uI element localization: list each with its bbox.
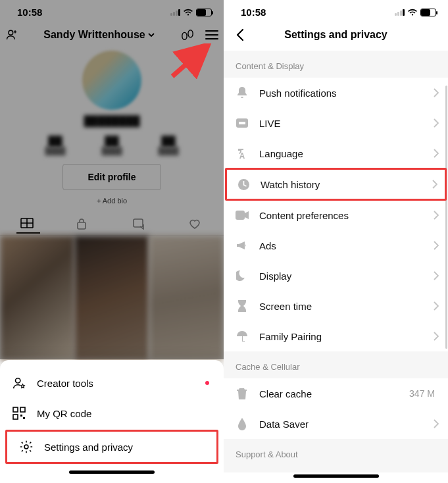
wifi-icon: [183, 9, 193, 16]
sheet-label: My QR code: [37, 408, 91, 419]
section-header: Cache & Cellular: [224, 351, 448, 378]
profile-screen: 10:58 Sandy Writtenhouse ████████ ██████: [0, 0, 224, 483]
megaphone-icon: [236, 239, 249, 252]
row-label: Watch history: [261, 179, 422, 190]
settings-list: Clear cache 347 M Data Saver: [224, 378, 448, 439]
row-label: Content preferences: [259, 210, 423, 221]
settings-header: Settings and privacy: [224, 22, 448, 51]
profile-name-dropdown[interactable]: Sandy Writtenhouse: [43, 29, 155, 41]
status-time: 10:58: [241, 7, 266, 18]
status-time: 10:58: [17, 7, 42, 18]
row-ads[interactable]: Ads: [224, 230, 448, 261]
chevron-right-icon: [434, 88, 439, 97]
notification-dot: [205, 381, 209, 385]
home-indicator[interactable]: [293, 474, 379, 478]
svg-rect-7: [13, 407, 18, 412]
profile-handle: ████████: [7, 115, 217, 126]
stat-followers[interactable]: ██████: [97, 136, 127, 155]
stats-row: ██████ ██████ ██████: [7, 136, 217, 155]
status-bar: 10:58: [224, 0, 448, 22]
chevron-right-icon: [434, 419, 439, 428]
hamburger-menu-icon[interactable]: [205, 30, 218, 39]
svg-point-12: [24, 445, 28, 449]
row-display[interactable]: Display: [224, 261, 448, 291]
row-label: Ads: [259, 240, 423, 251]
stat-likes[interactable]: ██████: [153, 136, 184, 155]
sheet-creator-tools[interactable]: Creator tools: [0, 368, 224, 398]
home-indicator[interactable]: [69, 470, 155, 474]
svg-rect-16: [236, 211, 245, 220]
row-label: Screen time: [259, 301, 423, 312]
status-bar: 10:58: [0, 0, 224, 22]
row-clear-cache[interactable]: Clear cache 347 M: [224, 378, 448, 409]
chevron-right-icon: [434, 149, 439, 158]
avatar[interactable]: [82, 51, 141, 110]
hourglass-icon: [236, 299, 249, 313]
page-title: Settings and privacy: [224, 29, 448, 41]
live-icon: [236, 116, 249, 130]
chevron-right-icon: [434, 332, 439, 341]
signal-icon: [170, 9, 180, 16]
chevron-right-icon: [434, 301, 439, 311]
row-label: Push notifications: [259, 88, 423, 99]
row-watch-history[interactable]: Watch history: [225, 168, 447, 201]
svg-rect-14: [239, 122, 245, 124]
settings-list: Push notifications LIVE Language Watch h…: [224, 78, 448, 351]
profile-body: ████████ ██████ ██████ ██████ Edit profi…: [0, 51, 224, 205]
tab-grid-icon[interactable]: [20, 218, 36, 231]
profile-grid[interactable]: [0, 236, 224, 361]
chevron-right-icon: [434, 241, 439, 250]
tab-liked-icon[interactable]: [188, 218, 204, 231]
qr-icon: [12, 406, 26, 420]
video-icon: [236, 209, 249, 222]
add-user-icon[interactable]: [5, 28, 18, 41]
stat-following[interactable]: ██████: [40, 136, 70, 155]
row-screen-time[interactable]: Screen time: [224, 291, 448, 321]
person-star-icon: [12, 376, 26, 390]
sheet-qr-code[interactable]: My QR code: [0, 398, 224, 428]
row-label: Family Pairing: [259, 331, 423, 342]
status-icons: [395, 9, 436, 16]
chevron-right-icon: [434, 211, 439, 220]
row-label: Display: [259, 270, 423, 282]
umbrella-icon: [236, 330, 249, 343]
chevron-down-icon: [147, 31, 155, 39]
settings-screen: 10:58 Settings and privacy Content & Dis…: [224, 0, 448, 483]
footprint-icon[interactable]: [180, 28, 195, 41]
signal-icon: [395, 9, 405, 16]
svg-rect-11: [23, 417, 25, 419]
edit-profile-button[interactable]: Edit profile: [62, 164, 161, 190]
battery-icon: [196, 9, 212, 16]
row-live[interactable]: LIVE: [224, 108, 448, 138]
row-label: Data Saver: [259, 419, 423, 430]
svg-point-0: [9, 30, 13, 35]
svg-point-6: [16, 378, 20, 383]
row-label: Clear cache: [259, 388, 399, 399]
profile-header: Sandy Writtenhouse: [0, 22, 224, 45]
gear-icon: [19, 440, 34, 454]
moon-icon: [236, 269, 249, 282]
row-family-pairing[interactable]: Family Pairing: [224, 321, 448, 351]
tab-lock-icon[interactable]: [76, 218, 92, 231]
chevron-right-icon: [434, 271, 439, 280]
row-value: 347 M: [409, 388, 435, 399]
row-content-preferences[interactable]: Content preferences: [224, 200, 448, 230]
add-bio-button[interactable]: + Add bio: [7, 197, 217, 205]
sheet-settings-privacy[interactable]: Settings and privacy: [5, 430, 218, 464]
bottom-sheet: Creator tools My QR code Settings and pr…: [0, 360, 224, 483]
profile-name: Sandy Writtenhouse: [43, 29, 145, 41]
clock-icon: [237, 178, 250, 191]
svg-rect-9: [13, 415, 18, 419]
wifi-icon: [407, 9, 418, 16]
row-language[interactable]: Language: [224, 138, 448, 168]
trash-icon: [236, 387, 249, 400]
row-push-notifications[interactable]: Push notifications: [224, 78, 448, 108]
row-label: Language: [259, 148, 423, 159]
battery-icon: [420, 9, 436, 16]
sheet-label: Creator tools: [37, 378, 93, 389]
svg-point-1: [182, 32, 187, 39]
row-label: LIVE: [259, 118, 423, 129]
tab-repost-icon[interactable]: [132, 218, 148, 231]
section-header: Content & Display: [224, 51, 448, 78]
row-data-saver[interactable]: Data Saver: [224, 409, 448, 439]
